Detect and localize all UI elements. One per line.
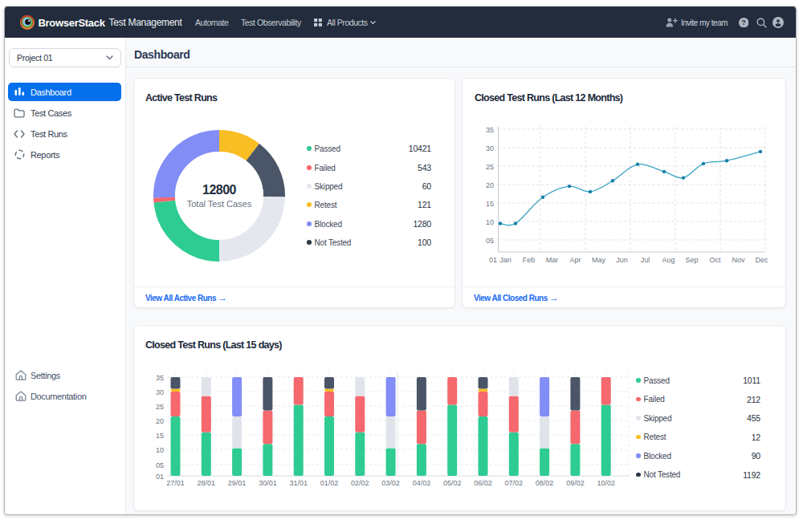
svg-text:01: 01 <box>156 473 164 481</box>
svg-text:01/02: 01/02 <box>320 479 339 487</box>
svg-text:?: ? <box>741 18 745 26</box>
svg-text:35: 35 <box>486 126 494 134</box>
svg-text:03/02: 03/02 <box>381 479 400 487</box>
svg-text:05/02: 05/02 <box>443 479 462 487</box>
svg-text:Apr: Apr <box>569 256 581 264</box>
svg-text:30: 30 <box>156 388 164 396</box>
svg-text:08/02: 08/02 <box>536 479 554 487</box>
svg-text:30/01: 30/01 <box>259 479 277 487</box>
svg-text:25: 25 <box>486 163 494 171</box>
svg-text:05: 05 <box>156 461 164 469</box>
svg-text:28/01: 28/01 <box>198 479 216 487</box>
svg-text:Jun: Jun <box>616 256 628 264</box>
svg-text:Jan: Jan <box>499 256 512 264</box>
svg-text:30: 30 <box>486 144 494 152</box>
svg-text:10: 10 <box>486 218 494 226</box>
svg-text:05: 05 <box>486 237 494 245</box>
svg-text:15: 15 <box>156 432 164 440</box>
svg-text:Feb: Feb <box>523 256 536 264</box>
svg-text:06/02: 06/02 <box>474 479 492 487</box>
svg-text:15: 15 <box>486 200 494 208</box>
svg-text:09/02: 09/02 <box>566 479 585 487</box>
svg-text:Nov: Nov <box>732 256 745 264</box>
svg-text:25: 25 <box>156 403 164 411</box>
svg-text:20: 20 <box>486 181 494 189</box>
svg-text:May: May <box>592 256 606 264</box>
svg-text:31/01: 31/01 <box>289 479 308 487</box>
svg-text:Oct: Oct <box>709 256 721 264</box>
svg-text:01: 01 <box>489 256 497 264</box>
svg-text:29/01: 29/01 <box>228 479 247 487</box>
svg-text:10: 10 <box>156 446 164 454</box>
svg-text:04/02: 04/02 <box>413 479 431 487</box>
svg-text:Jul: Jul <box>641 256 650 264</box>
svg-text:02/02: 02/02 <box>351 479 369 487</box>
svg-text:Dec: Dec <box>755 256 768 264</box>
svg-text:Sep: Sep <box>685 256 698 264</box>
svg-text:27/01: 27/01 <box>166 479 185 487</box>
svg-text:20: 20 <box>156 417 164 425</box>
svg-text:Mar: Mar <box>546 256 559 264</box>
svg-text:Aug: Aug <box>662 256 675 264</box>
svg-text:07/02: 07/02 <box>505 479 524 487</box>
svg-text:35: 35 <box>156 374 164 382</box>
svg-text:10/02: 10/02 <box>597 479 615 487</box>
